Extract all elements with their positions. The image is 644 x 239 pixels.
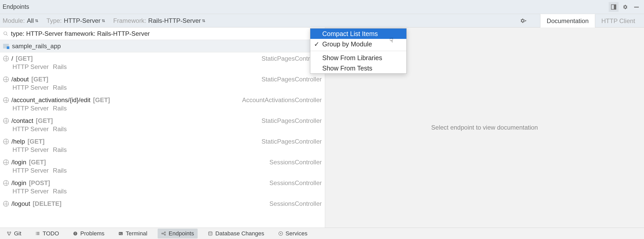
endpoint-item[interactable]: /login [POST]SessionsControllerHTTP Serv… [0,177,325,198]
tool-problems[interactable]: Problems [69,229,108,238]
endpoint-item[interactable]: /contact [GET]StaticPagesControllerHTTP … [0,115,325,135]
globe-icon [3,180,9,186]
settings-icon[interactable] [620,2,630,12]
endpoint-framework: Rails [53,63,67,71]
endpoint-type: HTTP Server [12,188,49,195]
view-options-button[interactable]: ▾ [518,16,528,25]
endpoint-item[interactable]: /account_activations/{id}/edit [GET]Acco… [0,94,325,115]
endpoint-path: /login [11,179,26,187]
svg-line-4 [6,34,8,36]
module-folder-icon [3,44,9,48]
svg-rect-8 [36,232,36,233]
endpoint-controller: SessionsController [270,159,322,166]
documentation-placeholder: Select endpoint to view documentation [431,124,538,131]
cursor-icon: ☟ [390,37,393,44]
svg-point-19 [164,232,166,233]
tool-endpoints-label: Endpoints [169,230,194,237]
type-filter-value: HTTP-Server [64,17,100,24]
svg-rect-17 [119,232,123,235]
menu-item-label: Group by Module [322,40,372,48]
check-icon: ✓ [314,40,319,48]
endpoint-method: [POST] [29,179,50,187]
panel-layout-button[interactable] [609,2,619,12]
globe-icon [3,118,9,124]
framework-filter-value: Rails-HTTP-Server [148,17,201,24]
tab-http-client[interactable]: HTTP Client [595,14,641,27]
svg-rect-12 [36,234,36,235]
endpoint-path: /login [11,159,26,166]
list-icon [35,231,40,236]
globe-icon [3,76,9,82]
search-icon [3,31,8,36]
endpoint-method: [GET] [36,117,53,124]
tool-git[interactable]: Git [3,229,25,238]
svg-rect-9 [37,232,39,233]
module-filter-label: Module: [3,17,25,24]
endpoint-method: [GET] [28,138,44,145]
tab-documentation-label: Documentation [547,17,588,25]
module-group-header[interactable]: sample_rails_app [0,40,325,52]
framework-filter[interactable]: Framework: Rails-HTTP-Server ⇅ [113,17,206,24]
endpoint-item[interactable]: /about [GET]StaticPagesControllerHTTP Se… [0,73,325,94]
filter-bar: Module: All ⇅ Type: HTTP-Server ⇅ Framew… [0,14,644,27]
menu-item[interactable]: Show From Libraries [310,53,406,63]
endpoints-icon [161,231,166,236]
svg-point-6 [10,232,11,233]
endpoint-item[interactable]: / [GET]StaticPagesControllerHTTP ServerR… [0,52,325,73]
type-filter[interactable]: Type: HTTP-Server ⇅ [46,17,105,24]
tool-git-label: Git [14,230,21,237]
tool-endpoints[interactable]: Endpoints [158,229,198,238]
menu-separator [310,51,406,51]
globe-icon [3,159,9,165]
git-branch-icon [7,231,11,236]
svg-rect-11 [37,233,39,234]
module-filter[interactable]: Module: All ⇅ [3,17,39,24]
framework-filter-label: Framework: [113,17,146,24]
search-input[interactable] [11,30,322,37]
endpoint-path: / [11,55,13,62]
menu-item-label: Show From Tests [322,65,372,72]
endpoint-method: [GET] [16,55,33,62]
tool-services[interactable]: Services [275,229,311,238]
endpoint-method: [GET] [29,159,46,166]
tool-db-changes-label: Database Changes [215,230,264,237]
endpoint-item[interactable]: /logout [DELETE]SessionsController [0,198,325,210]
endpoint-method: [DELETE] [33,200,62,207]
endpoint-item[interactable]: /login [GET]SessionsControllerHTTP Serve… [0,156,325,177]
svg-point-18 [162,233,163,234]
minimize-button[interactable] [632,2,641,12]
svg-rect-13 [37,234,39,235]
tool-todo[interactable]: TODO [32,229,63,238]
menu-item-label: Compact List Items [322,30,378,38]
endpoint-type: HTTP Server [12,146,49,153]
endpoint-controller: AccountActivationsController [242,96,322,104]
svg-point-5 [7,232,9,233]
endpoint-framework: Rails [53,125,67,133]
database-icon [208,231,213,236]
endpoint-framework: Rails [53,146,67,153]
bottom-tool-bar: Git TODO Problems Terminal Endpoints Dat… [0,228,644,239]
module-filter-value: All [27,17,34,24]
tool-problems-label: Problems [80,230,104,237]
tab-documentation[interactable]: Documentation [540,14,595,28]
endpoint-item[interactable]: /help [GET]StaticPagesControllerHTTP Ser… [0,135,325,156]
endpoint-framework: Rails [53,105,67,112]
menu-item[interactable]: Show From Tests [310,63,406,73]
endpoint-controller: StaticPagesController [261,138,322,145]
endpoint-framework: Rails [53,84,67,91]
endpoint-controller: SessionsController [270,200,322,207]
endpoint-path: /logout [11,200,30,207]
globe-icon [3,201,9,207]
globe-icon [3,97,9,103]
svg-point-3 [4,32,7,35]
tool-terminal[interactable]: Terminal [115,229,151,238]
tool-db-changes[interactable]: Database Changes [204,229,268,238]
tool-todo-label: TODO [43,230,59,237]
menu-item-label: Show From Libraries [322,54,382,62]
endpoint-controller: StaticPagesController [261,117,322,124]
endpoint-type: HTTP Server [12,105,49,112]
endpoint-type: HTTP Server [12,125,49,133]
svg-rect-1 [614,5,616,9]
endpoint-path: /contact [11,117,33,124]
chevron-updown-icon: ⇅ [35,18,39,23]
